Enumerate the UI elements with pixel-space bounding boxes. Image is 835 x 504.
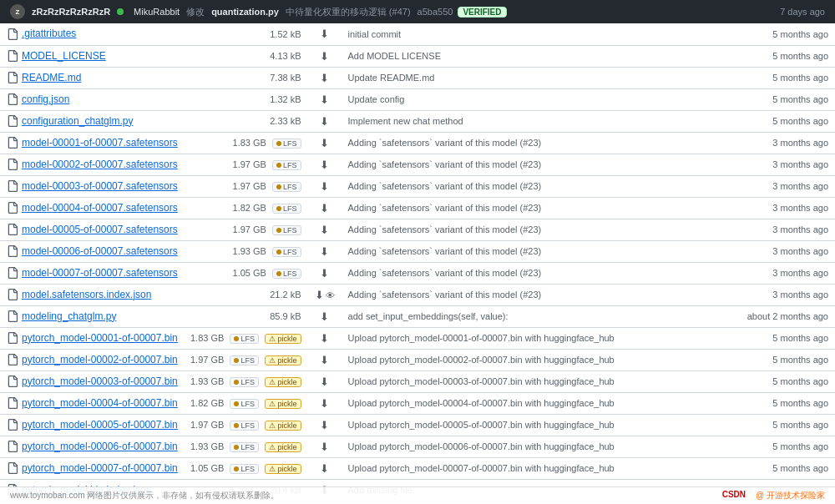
download-cell: ⬇	[308, 219, 342, 240]
file-time: 5 months ago	[726, 88, 835, 110]
download-icon[interactable]: ⬇	[320, 159, 329, 171]
eye-icon[interactable]: 👁	[326, 290, 335, 300]
file-time: 5 months ago	[726, 457, 835, 479]
watermark-right: CSDN @ 开游技术探险家	[722, 490, 825, 501]
commit-message: Upload pytorch_model-00003-of-00007.bin …	[342, 370, 726, 392]
download-icon[interactable]: ⬇	[320, 28, 329, 40]
download-icon[interactable]: ⬇	[320, 180, 329, 193]
file-time: 3 months ago	[726, 262, 835, 284]
table-row: MODEL_LICENSE4.13 kB⬇Add MODEL LICENSE5 …	[0, 45, 835, 67]
file-name-link[interactable]: model-00004-of-00007.safetensors	[22, 202, 178, 214]
commit-message: Adding `safetensors` variant of this mod…	[342, 240, 726, 262]
download-cell: ⬇	[308, 67, 342, 88]
file-size: 1.05 GB LFS	[184, 262, 308, 284]
file-time: 5 months ago	[726, 327, 835, 349]
commit-filename[interactable]: quantization.py	[211, 7, 279, 17]
file-name-link[interactable]: configuration_chatglm.py	[22, 115, 133, 127]
file-icon	[7, 375, 22, 387]
download-icon[interactable]: ⬇	[320, 224, 329, 236]
commit-message: Adding `safetensors` variant of this mod…	[342, 197, 726, 219]
download-icon[interactable]: ⬇	[320, 245, 329, 258]
file-name-link[interactable]: model-00003-of-00007.safetensors	[22, 180, 178, 192]
file-name-link[interactable]: model-00001-of-00007.safetensors	[22, 137, 178, 149]
commit-badges: a5ba550 VERIFIED	[418, 7, 507, 18]
download-icon[interactable]: ⬇	[320, 72, 329, 84]
file-size: 1.93 GB LFS	[184, 240, 308, 262]
download-icon[interactable]: ⬇	[320, 397, 329, 410]
commit-message: Upload pytorch_model-00007-of-00007.bin …	[342, 457, 726, 479]
file-size: 1.97 GB LFS	[184, 219, 308, 240]
file-icon	[7, 72, 22, 83]
file-name-link[interactable]: pytorch_model-00006-of-00007.bin	[22, 441, 178, 452]
file-name-link[interactable]: pytorch_model-00004-of-00007.bin	[22, 397, 178, 409]
file-name-link[interactable]: modeling_chatglm.py	[22, 310, 116, 322]
file-name-link[interactable]: .gitattributes	[22, 28, 76, 39]
file-size: 1.05 GB LFS ⚠ pickle	[184, 457, 308, 479]
file-name-link[interactable]: pytorch_model-00003-of-00007.bin	[22, 375, 178, 387]
file-name-link[interactable]: model.safetensors.index.json	[22, 289, 151, 300]
file-icon	[7, 462, 22, 474]
file-name-link[interactable]: model-00002-of-00007.safetensors	[22, 159, 178, 170]
download-cell: ⬇	[308, 110, 342, 132]
file-time: 3 months ago	[726, 132, 835, 154]
download-cell: ⬇	[308, 370, 342, 392]
file-name-link[interactable]: model-00005-of-00007.safetensors	[22, 224, 178, 235]
download-icon[interactable]: ⬇	[320, 375, 329, 388]
file-size: 1.97 GB LFS ⚠ pickle	[184, 349, 308, 370]
download-cell: ⬇	[308, 436, 342, 457]
file-size: 1.82 GB LFS	[184, 197, 308, 219]
file-name-link[interactable]: README.md	[22, 72, 81, 83]
download-icon[interactable]: ⬇	[320, 93, 329, 106]
download-icon[interactable]: ⬇	[320, 354, 329, 366]
file-name-link[interactable]: pytorch_model-00001-of-00007.bin	[22, 332, 178, 344]
table-row: model-00004-of-00007.safetensors1.82 GB …	[0, 197, 835, 219]
download-cell: ⬇	[308, 132, 342, 154]
commit-rabbit: MikuRabbit	[134, 7, 180, 17]
pickle-badge: ⚠ pickle	[265, 399, 301, 409]
file-size: 1.83 GB LFS ⚠ pickle	[184, 327, 308, 349]
table-row: config.json1.32 kB⬇Update config5 months…	[0, 88, 835, 110]
download-icon[interactable]: ⬇	[320, 115, 329, 128]
download-icon[interactable]: ⬇	[320, 202, 329, 214]
download-icon[interactable]: ⬇	[320, 267, 329, 280]
lfs-badge: LFS	[230, 355, 259, 365]
file-icon	[7, 28, 22, 39]
file-icon	[7, 137, 22, 149]
file-name-link[interactable]: pytorch_model-00007-of-00007.bin	[22, 462, 178, 474]
download-cell: ⬇	[308, 349, 342, 370]
download-icon[interactable]: ⬇	[320, 419, 329, 431]
file-name-link[interactable]: model-00006-of-00007.safetensors	[22, 245, 178, 257]
file-name-link[interactable]: pytorch_model-00002-of-00007.bin	[22, 354, 178, 365]
download-cell: ⬇	[308, 414, 342, 436]
commit-message: Adding `safetensors` variant of this mod…	[342, 284, 726, 305]
commit-hash[interactable]: a5ba550	[418, 7, 453, 17]
download-cell: ⬇	[308, 240, 342, 262]
file-name-link[interactable]: model-00007-of-00007.safetensors	[22, 267, 178, 279]
commit-description: 中待量化权重的移动逻辑 (#47)	[286, 6, 411, 18]
table-row: model-00007-of-00007.safetensors1.05 GB …	[0, 262, 835, 284]
download-icon[interactable]: ⬇	[315, 289, 324, 301]
commit-message: Update README.md	[342, 67, 726, 88]
file-name-link[interactable]: pytorch_model-00005-of-00007.bin	[22, 419, 178, 431]
file-size: 1.83 GB LFS	[184, 132, 308, 154]
download-cell: ⬇	[308, 175, 342, 197]
file-icon	[7, 419, 22, 431]
file-name-link[interactable]: config.json	[22, 93, 69, 105]
table-row: pytorch_model-00007-of-00007.bin1.05 GB …	[0, 457, 835, 479]
download-icon[interactable]: ⬇	[320, 137, 329, 149]
file-icon	[7, 159, 22, 170]
download-icon[interactable]: ⬇	[320, 462, 329, 475]
table-row: README.md7.38 kB⬇Update README.md5 month…	[0, 67, 835, 88]
table-row: pytorch_model-00002-of-00007.bin1.97 GB …	[0, 349, 835, 370]
commit-username[interactable]: zRzRzRzRzRzRzR	[32, 7, 110, 17]
file-icon	[7, 267, 22, 279]
commit-message: Adding `safetensors` variant of this mod…	[342, 219, 726, 240]
download-icon[interactable]: ⬇	[320, 332, 329, 345]
file-size: 7.38 kB	[184, 67, 308, 88]
download-icon[interactable]: ⬇	[320, 441, 329, 453]
file-name-link[interactable]: MODEL_LICENSE	[22, 50, 106, 62]
download-icon[interactable]: ⬇	[320, 310, 329, 323]
table-row: pytorch_model-00006-of-00007.bin1.93 GB …	[0, 436, 835, 457]
file-size: 1.93 GB LFS ⚠ pickle	[184, 436, 308, 457]
download-icon[interactable]: ⬇	[320, 50, 329, 63]
